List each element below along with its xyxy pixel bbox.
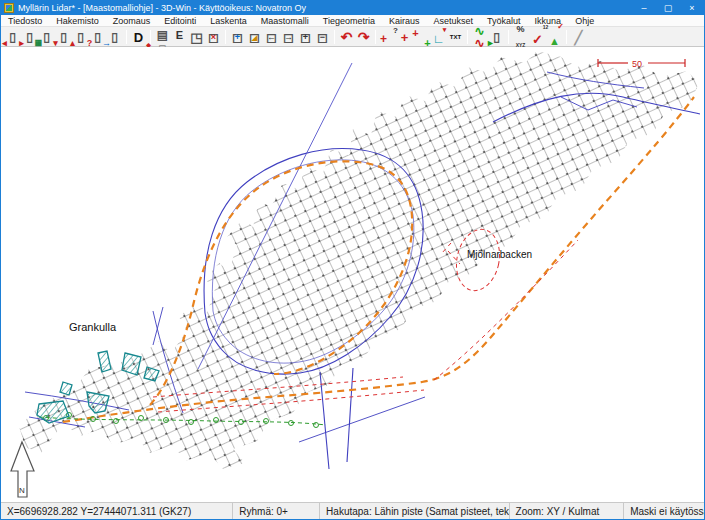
scale-icon[interactable]: E▂ [171,28,188,45]
toolbar-group: ▤▭E▂◳◻× [153,27,223,46]
file-manager-icon[interactable]: ▯▦ [38,28,55,45]
menu-bar: TiedostoHakemistoZoomausEditointiLaskent… [1,15,704,27]
copy-down-icon[interactable]: ▯▾ [55,28,72,45]
check-coords-icon[interactable]: ✓12 [529,28,546,45]
scale-bar-label: 50 [632,59,642,69]
toolbar-group: ↶↷ [337,27,373,46]
status-mask: Maski ei käytössä [624,503,704,519]
close-button[interactable]: × [680,1,704,15]
toolbar-separator [508,30,509,44]
move-point-icon[interactable]: ++ [413,28,430,45]
new-window-icon[interactable]: ◳ [188,28,205,45]
goto-file-icon[interactable]: ▯► [488,28,505,45]
zoom-window-icon[interactable]: ◻◢ [246,28,263,45]
station-icon[interactable]: ∟▾ [430,28,447,45]
app-icon [4,3,14,13]
fit-window-icon[interactable]: ◻+ [229,28,246,45]
menu-tiedosto[interactable]: Tiedosto [1,15,49,26]
menu-ikkuna[interactable]: Ikkuna [528,15,569,26]
status-zoom-mode: Zoom: XY / Kulmat [510,503,625,519]
toolbar-separator [566,30,567,44]
status-group: Ryhmä: 0+ [233,503,320,519]
menu-tiegeometria[interactable]: Tiegeometria [316,15,382,26]
menu-maastomalli[interactable]: Maastomalli [254,15,316,26]
menu-laskenta[interactable]: Laskenta [203,15,254,26]
zoom-in-icon[interactable]: ◻+ [297,28,314,45]
check-triangle-icon[interactable]: ▲✓ [546,28,563,45]
label-mjolnarbacken: Mjölnarbacken [467,249,532,260]
north-arrow-icon: N [11,442,34,497]
undo-icon[interactable]: ↶ [338,28,355,45]
status-bar: X=6696928.282 Y=27444071.311 (GK27) Ryhm… [1,502,704,519]
menu-ohje[interactable]: Ohje [568,15,601,26]
label-grankulla: Grankulla [69,321,117,333]
measure-line-icon[interactable]: ╱ [570,28,587,45]
minimize-button[interactable]: – [632,1,656,15]
file-info-icon[interactable]: ▯? [89,28,106,45]
add-point-icon[interactable]: + [396,28,413,45]
toolbar-separator [225,30,226,44]
menu-editointi[interactable]: Editointi [157,15,203,26]
menu-zoomaus[interactable]: Zoomaus [106,15,158,26]
zoom-next-icon[interactable]: ◻→ [280,28,297,45]
status-search-mode: Hakutapa: Lähin piste (Samat pisteet, te… [320,503,509,519]
menu-asetukset[interactable]: Asetukset [427,15,481,26]
zoom-out-icon[interactable]: ◻− [314,28,331,45]
file-export-icon[interactable]: ▯→ [106,28,123,45]
close-window-icon[interactable]: ◻× [205,28,222,45]
maximize-button[interactable]: ▢ [656,1,680,15]
print-icon[interactable]: ▤▭ [154,28,171,45]
zoom-prev-icon[interactable]: ◻← [263,28,280,45]
profile-icon[interactable]: ∿∿ [471,28,488,45]
toolbar-group: D◆ [129,27,148,46]
toolbar-group: ◻+◻◢◻←◻→◻+◻− [228,27,332,46]
north-arrow-label: N [19,486,25,495]
write-file-icon[interactable]: ▯▸ [21,28,38,45]
text-tool-icon[interactable]: TXT [447,28,464,45]
toolbar-group: +?+++∟▾TXT [378,27,465,46]
toolbar-group: ▯◂▯▸▯▦▯▾▯▴▯?▯→ [3,27,124,46]
toolbar-group: ╱ [569,27,588,46]
toolbar-separator [150,30,151,44]
toolbar-separator [126,30,127,44]
redo-icon[interactable]: ↷ [355,28,372,45]
toolbar: ▯◂▯▸▯▦▯▾▯▴▯?▯→D◆▤▭E▂◳◻×◻+◻◢◻←◻→◻+◻−↶↷+?+… [1,27,704,47]
point-info-icon[interactable]: +? [379,28,396,45]
toolbar-separator [467,30,468,44]
toolbar-separator [375,30,376,44]
xyz-percent-icon[interactable]: %XYZ [512,28,529,45]
status-coordinates: X=6696928.282 Y=27444071.311 (GK27) [1,503,233,519]
app-window: Myllärin Lidar* - [Maastomalliohje] - 3D… [0,0,705,520]
terrain-mesh [19,51,699,469]
menu-työkalut[interactable]: Työkalut [480,15,528,26]
menu-hakemisto[interactable]: Hakemisto [49,15,106,26]
title-bar: Myllärin Lidar* - [Maastomalliohje] - 3D… [1,1,704,15]
format-editor-icon[interactable]: D◆ [130,28,147,45]
menu-kairaus[interactable]: Kairaus [382,15,427,26]
copy-up-icon[interactable]: ▯▴ [72,28,89,45]
window-title: Myllärin Lidar* - [Maastomalliohje] - 3D… [18,3,632,13]
toolbar-group: %XYZ✓12▲✓ [511,27,564,46]
toolbar-group: ∿∿▯► [470,27,506,46]
read-file-icon[interactable]: ▯◂ [4,28,21,45]
toolbar-separator [334,30,335,44]
map-canvas[interactable]: 50 N Grankulla Mjölnarbacken [1,47,704,502]
